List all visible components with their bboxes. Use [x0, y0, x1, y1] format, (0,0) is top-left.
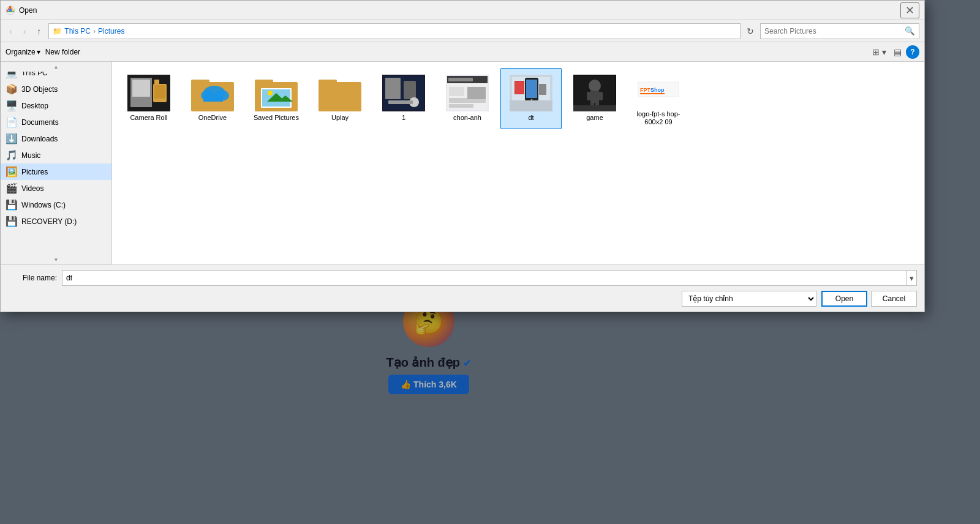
- recovery-d-icon: 💾: [6, 215, 18, 227]
- uplay-folder-icon: [318, 75, 361, 111]
- filename-dropdown-button[interactable]: ▾: [907, 271, 916, 285]
- up-button[interactable]: ↑: [33, 24, 45, 38]
- svg-rect-55: [573, 105, 616, 111]
- view-dropdown-arrow: ▾: [882, 47, 886, 57]
- file-item-uplay[interactable]: Uplay: [309, 68, 371, 129]
- dt-thumbnail: [510, 75, 552, 111]
- search-box: 🔍: [760, 23, 919, 39]
- pictures-icon: 🖼️: [6, 166, 18, 178]
- sidebar-item-desktop[interactable]: 🖥️ Desktop: [1, 97, 111, 114]
- onedrive-folder-icon: [191, 75, 234, 111]
- img-1-thumbnail: [382, 75, 425, 111]
- view-controls: ⊞ ▾ ▤ ?: [869, 45, 919, 59]
- breadcrumb-part1[interactable]: This PC: [64, 27, 91, 36]
- sidebar-item-windows-c[interactable]: 💾 Windows (C:): [1, 196, 111, 213]
- svg-rect-44: [515, 81, 524, 94]
- help-button[interactable]: ?: [906, 45, 919, 59]
- saved-pictures-name: Saved Pictures: [254, 114, 299, 122]
- game-name: game: [586, 114, 603, 122]
- titlebar-left: Open: [6, 6, 37, 15]
- sidebar-item-music[interactable]: 🎵 Music: [1, 147, 111, 163]
- filename-input[interactable]: [62, 274, 907, 282]
- sidebar-item-videos[interactable]: 🎬 Videos: [1, 180, 111, 196]
- search-input[interactable]: [761, 27, 901, 36]
- videos-icon: 🎬: [6, 182, 18, 194]
- titlebar: Open ✕: [1, 1, 924, 20]
- breadcrumb-sep1: ›: [93, 27, 96, 36]
- logo-fpt-icon: FPT Shop: [637, 71, 680, 108]
- svg-rect-25: [385, 78, 401, 99]
- sidebar-item-recovery-d[interactable]: 💾 RECOVERY (D:): [1, 213, 111, 230]
- onedrive-thumbnail: [191, 75, 234, 111]
- saved-pictures-thumbnail: [255, 75, 298, 111]
- search-button[interactable]: 🔍: [901, 25, 919, 37]
- filetype-row: Tệp tùy chỉnh Open Cancel: [8, 291, 917, 307]
- chon-anh-thumbnail: [446, 75, 489, 111]
- documents-icon: 📄: [6, 116, 18, 128]
- dt-icon: [510, 75, 552, 111]
- file-item-logo-fpt[interactable]: FPT Shop logo-fpt-s hop-600x2 09: [628, 68, 689, 129]
- game-icon: [573, 75, 616, 111]
- breadcrumb-part2[interactable]: Pictures: [98, 27, 124, 36]
- bottom-bar: File name: ▾ Tệp tùy chỉnh Open Cancel: [1, 264, 924, 312]
- view-list-button[interactable]: ▤: [891, 45, 905, 59]
- new-folder-button[interactable]: New folder: [45, 48, 80, 56]
- svg-rect-34: [449, 87, 464, 96]
- actions-toolbar: Organize ▾ New folder ⊞ ▾ ▤ ?: [1, 42, 924, 62]
- content-area: ▲ 💻 This PC 📦 3D Objects 🖥️ Desktop 📄 Do…: [1, 62, 924, 264]
- svg-rect-15: [255, 80, 273, 86]
- back-button[interactable]: ‹: [6, 24, 16, 38]
- svg-rect-45: [539, 84, 546, 95]
- file-item-game[interactable]: game: [564, 68, 625, 129]
- file-item-camera-roll[interactable]: Camera Roll: [118, 68, 179, 129]
- img-1-name: 1: [402, 114, 405, 122]
- desktop-label: Desktop: [21, 102, 48, 110]
- svg-rect-9: [191, 80, 209, 86]
- file-item-1[interactable]: 1: [373, 68, 434, 129]
- downloads-icon: ⬇️: [6, 133, 18, 144]
- svg-rect-22: [318, 80, 337, 86]
- svg-text:Shop: Shop: [650, 87, 665, 93]
- svg-rect-41: [526, 80, 537, 98]
- filetype-select[interactable]: Tệp tùy chỉnh: [682, 294, 816, 304]
- uplay-name: Uplay: [331, 114, 349, 122]
- sidebar: ▲ 💻 This PC 📦 3D Objects 🖥️ Desktop 📄 Do…: [1, 62, 112, 264]
- svg-rect-26: [404, 81, 416, 99]
- videos-label: Videos: [21, 184, 43, 193]
- action-buttons: Open Cancel: [821, 291, 917, 307]
- sidebar-scroll-up[interactable]: ▲: [1, 62, 111, 72]
- view-icon-button[interactable]: ⊞ ▾: [869, 45, 889, 59]
- close-button[interactable]: ✕: [900, 2, 919, 18]
- file-item-onedrive[interactable]: OneDrive: [182, 68, 243, 129]
- navigation-toolbar: ‹ › ↑ 📁 This PC › Pictures ↻ 🔍: [1, 20, 924, 42]
- chrome-icon: [6, 6, 15, 15]
- svg-rect-32: [448, 78, 473, 81]
- svg-rect-13: [203, 95, 223, 102]
- sidebar-item-pictures[interactable]: 🖼️ Pictures: [1, 163, 111, 180]
- svg-rect-37: [467, 87, 486, 99]
- sidebar-item-documents[interactable]: 📄 Documents: [1, 114, 111, 130]
- music-icon: 🎵: [6, 149, 18, 161]
- file-item-dt[interactable]: dt: [500, 68, 562, 129]
- forward-button[interactable]: ›: [20, 24, 30, 38]
- open-button[interactable]: Open: [821, 291, 867, 307]
- refresh-button[interactable]: ↻: [744, 25, 756, 37]
- svg-rect-6: [154, 80, 159, 84]
- sidebar-scroll-down[interactable]: ▼: [1, 255, 111, 264]
- breadcrumb-icon: 📁: [53, 27, 62, 36]
- sidebar-item-3d-objects[interactable]: 📦 3D Objects: [1, 81, 111, 97]
- breadcrumb-bar[interactable]: 📁 This PC › Pictures: [48, 23, 741, 39]
- organize-label: Organize: [6, 48, 36, 56]
- organize-arrow: ▾: [37, 48, 40, 56]
- cancel-button[interactable]: Cancel: [871, 291, 917, 307]
- open-dialog: Open ✕ ‹ › ↑ 📁 This PC › Pictures ↻ 🔍 Or…: [0, 0, 925, 312]
- filename-label: File name:: [8, 274, 57, 282]
- file-area: Camera Roll OneDrive: [112, 62, 924, 264]
- file-item-saved-pictures[interactable]: Saved Pictures: [246, 68, 307, 129]
- sidebar-item-downloads[interactable]: ⬇️ Downloads: [1, 130, 111, 147]
- organize-button[interactable]: Organize ▾: [6, 48, 40, 56]
- file-item-chon-anh[interactable]: chon-anh: [437, 68, 498, 129]
- downloads-label: Downloads: [21, 135, 58, 143]
- saved-pictures-icon: [255, 75, 298, 111]
- documents-label: Documents: [21, 118, 59, 127]
